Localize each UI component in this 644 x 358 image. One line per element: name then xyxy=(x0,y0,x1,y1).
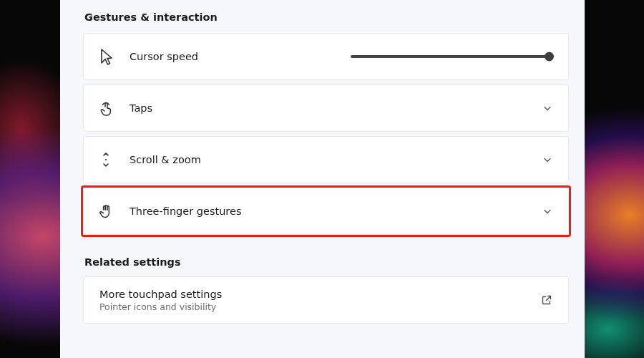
section-heading-gestures: Gestures & interaction xyxy=(84,11,569,23)
three-finger-label: Three-finger gestures xyxy=(130,205,241,217)
chevron-down-icon xyxy=(542,103,552,113)
row-scroll-zoom[interactable]: Scroll & zoom xyxy=(83,136,569,183)
cursor-speed-slider[interactable] xyxy=(351,52,551,62)
svg-point-0 xyxy=(105,159,107,160)
row-three-finger-gestures[interactable]: Three-finger gestures xyxy=(83,188,569,235)
more-touchpad-sub: Pointer icons and visibility xyxy=(99,301,222,312)
scroll-zoom-icon xyxy=(97,152,115,168)
row-cursor-speed: Cursor speed xyxy=(83,33,569,80)
chevron-down-icon xyxy=(542,155,552,165)
more-touchpad-label: More touchpad settings xyxy=(99,289,222,300)
row-taps[interactable]: Taps xyxy=(83,84,569,132)
settings-panel: Gestures & interaction Cursor speed Taps xyxy=(60,0,585,358)
taps-label: Taps xyxy=(130,102,152,114)
cursor-icon xyxy=(97,48,115,65)
open-external-icon xyxy=(541,294,552,306)
row-more-touchpad-settings[interactable]: More touchpad settings Pointer icons and… xyxy=(83,276,569,324)
slider-track xyxy=(351,55,551,58)
cursor-speed-label: Cursor speed xyxy=(130,51,198,62)
chevron-down-icon xyxy=(542,206,552,216)
tap-icon xyxy=(97,100,115,116)
scroll-zoom-label: Scroll & zoom xyxy=(130,154,201,165)
slider-thumb[interactable] xyxy=(545,52,554,62)
section-heading-related: Related settings xyxy=(84,256,569,268)
three-finger-icon xyxy=(97,203,115,219)
